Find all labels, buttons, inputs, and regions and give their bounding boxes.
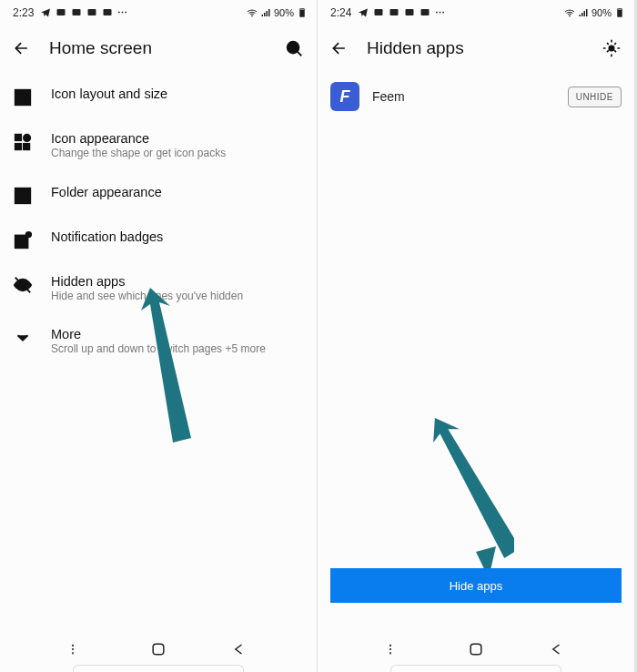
- header: Home screen: [0, 24, 317, 71]
- eye-off-icon: [13, 275, 33, 295]
- svg-rect-10: [15, 144, 21, 149]
- more-notif-icon: ⋯: [435, 7, 446, 19]
- notif-icon: [420, 7, 430, 18]
- grid-icon: [13, 87, 33, 107]
- row-title: Notification badges: [51, 229, 163, 244]
- notif-icon: [404, 7, 415, 18]
- hide-apps-label: Hide apps: [450, 579, 503, 593]
- svg-rect-11: [24, 144, 29, 149]
- hidden-app-row: F Feem UNHIDE: [318, 71, 634, 122]
- unhide-button[interactable]: UNHIDE: [568, 87, 622, 107]
- folder-layout-icon: [13, 186, 33, 206]
- chevron-down-icon: [13, 328, 33, 348]
- home-button[interactable]: [466, 639, 486, 659]
- notif-icon: [373, 7, 384, 18]
- app-name: Feem: [372, 89, 555, 104]
- header: Hidden apps: [318, 24, 634, 71]
- wifi-icon: [564, 7, 575, 18]
- svg-rect-0: [57, 9, 66, 15]
- row-title: Hidden apps: [51, 274, 243, 289]
- page-title: Hidden apps: [367, 38, 583, 58]
- back-button[interactable]: [13, 39, 31, 57]
- recents-button[interactable]: [385, 639, 405, 659]
- svg-rect-26: [470, 644, 481, 655]
- notif-icon: [86, 7, 97, 18]
- row-icon-layout[interactable]: Icon layout and size: [0, 75, 317, 119]
- notif-icon: [56, 7, 66, 18]
- svg-rect-5: [300, 10, 304, 17]
- svg-rect-19: [375, 9, 383, 15]
- row-folder-appearance[interactable]: Folder appearance: [0, 173, 317, 218]
- notif-icon: [102, 7, 113, 18]
- svg-point-16: [26, 231, 31, 237]
- row-icon-appearance[interactable]: Icon appearance Change the shape or get …: [0, 119, 317, 173]
- svg-rect-3: [104, 9, 112, 15]
- row-subtitle: Scroll up and down to switch pages +5 mo…: [51, 342, 266, 357]
- more-notif-icon: ⋯: [117, 7, 128, 19]
- nav-back-button[interactable]: [229, 639, 249, 659]
- svg-rect-14: [24, 190, 28, 195]
- telegram-icon: [40, 7, 51, 18]
- hide-apps-button[interactable]: Hide apps: [330, 568, 622, 603]
- row-hidden-apps[interactable]: Hidden apps Hide and see which ones you'…: [0, 262, 317, 316]
- svg-rect-15: [15, 235, 28, 248]
- nav-back-button[interactable]: [547, 639, 567, 659]
- telegram-icon: [358, 7, 369, 18]
- svg-rect-13: [18, 190, 23, 195]
- back-button[interactable]: [330, 39, 349, 57]
- battery-percent: 90%: [274, 7, 294, 18]
- svg-point-25: [609, 46, 614, 51]
- home-button[interactable]: [148, 639, 168, 659]
- row-more[interactable]: More Scroll up and down to switch pages …: [0, 315, 317, 369]
- row-notification-badges[interactable]: Notification badges: [0, 218, 317, 262]
- battery-icon: [297, 7, 308, 18]
- svg-rect-21: [406, 9, 414, 15]
- gear-icon[interactable]: [602, 38, 622, 58]
- row-title: More: [51, 327, 266, 341]
- svg-rect-2: [88, 9, 96, 15]
- row-title: Folder appearance: [51, 185, 162, 199]
- svg-point-6: [288, 42, 299, 54]
- notif-icon: [71, 7, 82, 18]
- svg-rect-24: [618, 10, 622, 17]
- badge-icon: [13, 230, 33, 250]
- svg-rect-18: [153, 644, 164, 655]
- signal-icon: [578, 7, 589, 18]
- status-time: 2:24: [330, 6, 351, 19]
- row-subtitle: Change the shape or get icon packs: [51, 147, 226, 161]
- status-bar: 2:24 ⋯ 90%: [318, 0, 634, 24]
- row-title: Icon layout and size: [51, 87, 167, 101]
- svg-rect-20: [390, 9, 399, 15]
- signal-icon: [260, 7, 271, 18]
- phone-hidden-apps: 2:24 ⋯ 90% Hidden apps F Feem UNHIDE: [318, 0, 635, 672]
- app-icon-feem: F: [330, 82, 359, 111]
- svg-rect-7: [15, 90, 31, 106]
- svg-point-9: [24, 135, 30, 141]
- status-time: 2:23: [13, 6, 34, 19]
- navigation-bar: [0, 626, 317, 672]
- search-icon[interactable]: [284, 38, 304, 58]
- settings-list: Icon layout and size Icon appearance Cha…: [0, 71, 317, 372]
- svg-rect-1: [73, 9, 81, 15]
- recents-button[interactable]: [67, 639, 87, 659]
- svg-rect-22: [421, 9, 430, 15]
- svg-rect-8: [15, 135, 21, 140]
- wifi-icon: [247, 7, 258, 18]
- phone-home-screen-settings: 2:23 ⋯ 90% Home screen Icon la: [0, 0, 318, 672]
- page-title: Home screen: [49, 38, 266, 58]
- row-title: Icon appearance: [51, 131, 226, 146]
- status-bar: 2:23 ⋯ 90%: [0, 0, 317, 24]
- notif-icon: [389, 7, 399, 18]
- navigation-bar: [318, 626, 634, 672]
- row-subtitle: Hide and see which ones you've hidden: [51, 290, 243, 304]
- annotation-arrow-icon: [432, 401, 514, 586]
- battery-percent: 90%: [592, 7, 612, 18]
- shapes-icon: [13, 132, 33, 152]
- battery-icon: [614, 7, 625, 18]
